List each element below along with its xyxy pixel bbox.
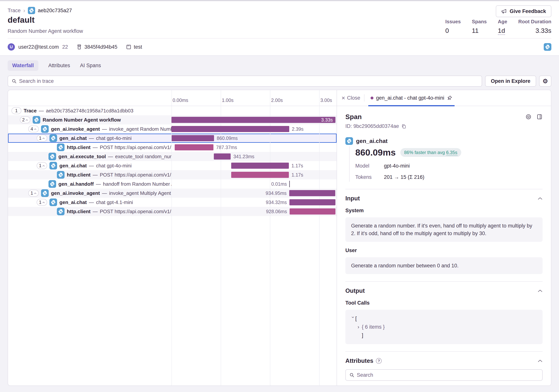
attributes-search-input[interactable] xyxy=(357,372,539,378)
output-section: Output Tool Calls ›[ ›{ 6 items } ] xyxy=(345,281,543,344)
span-duration-label: 934.32ms xyxy=(266,198,287,207)
breadcrumb: Trace › aeb20c735a27 xyxy=(8,7,72,14)
expand-badge[interactable]: 1 xyxy=(37,162,47,169)
expand-badge[interactable]: 1 xyxy=(37,199,47,206)
span-duration-bar[interactable] xyxy=(171,117,335,123)
span-label: gen_ai.chat — chat gpt-4.1-mini xyxy=(59,200,133,205)
open-in-explore-button[interactable]: Open in Explore xyxy=(485,76,536,87)
collapse-output-icon[interactable] xyxy=(538,289,543,292)
axis-tick-label: 1.00s xyxy=(222,98,233,103)
span-duration-bar[interactable] xyxy=(231,163,289,169)
gridline xyxy=(171,90,172,106)
python-platform-icon xyxy=(41,189,49,197)
span-label: Random Number Agent workflow xyxy=(43,117,121,123)
copy-icon[interactable] xyxy=(401,124,406,129)
span-row-gen-ai.execute-tool[interactable]: gen_ai.execute_tool — execute_tool rando… xyxy=(8,152,336,161)
tokens-label: Tokens xyxy=(355,174,384,180)
focus-span-icon[interactable] xyxy=(525,114,531,120)
span-row-trace[interactable]: 1Trace — aeb20c735a2748c1958a71cd8a1dbb0… xyxy=(8,106,336,115)
span-duration-label: 2.39s xyxy=(292,124,304,134)
release-item[interactable]: 3845f4d94b45 xyxy=(76,44,117,50)
span-duration-bar[interactable] xyxy=(171,126,289,132)
tab-ai-spans[interactable]: AI Spans xyxy=(80,60,101,71)
span-row-http.client[interactable]: http.client — POST https://api.openai.co… xyxy=(8,143,336,152)
waterfall-empty-area xyxy=(8,216,336,385)
span-label: gen_ai.handoff — handoff from Random Num… xyxy=(58,181,171,187)
trace-view-page: Trace › aeb20c735a27 default Random Numb… xyxy=(0,0,559,392)
span-duration-bar[interactable] xyxy=(172,135,214,141)
span-duration-label: 1.17s xyxy=(291,161,303,170)
span-duration-label: 341.23ms xyxy=(233,152,254,161)
environment-item[interactable]: test xyxy=(126,44,142,50)
search-icon xyxy=(11,78,17,84)
give-feedback-button[interactable]: Give Feedback xyxy=(496,5,551,17)
span-detail-panel: × Close gen_ai.chat - chat gpt-4o-mini S… xyxy=(337,90,551,385)
pin-icon[interactable] xyxy=(447,95,452,100)
expand-badge[interactable]: 1 xyxy=(37,135,47,142)
expand-badge[interactable]: 1 xyxy=(11,107,21,114)
model-label: Model xyxy=(355,163,384,169)
help-icon[interactable]: ? xyxy=(376,358,382,364)
collapse-attributes-icon[interactable] xyxy=(538,359,543,362)
header-divider xyxy=(8,38,551,38)
python-platform-icon xyxy=(48,153,56,160)
release-id: 3845f4d94b45 xyxy=(84,44,117,50)
span-summary: 860.09ms 86% faster than avg 6.35s Model… xyxy=(349,146,543,182)
input-section-title: Input xyxy=(345,195,360,202)
span-row-gen-ai.chat[interactable]: 1gen_ai.chat — chat gpt-4o-mini1.17s xyxy=(8,161,336,170)
collapse-input-icon[interactable] xyxy=(538,197,543,200)
python-platform-icon xyxy=(41,125,49,133)
span-duration-label: 928.06ms xyxy=(266,207,287,216)
close-panel-button[interactable]: × Close xyxy=(342,95,360,101)
python-platform-icon xyxy=(49,134,57,142)
tab-attributes[interactable]: Attributes xyxy=(48,60,70,71)
trace-search xyxy=(8,76,482,87)
caret-right-icon[interactable]: › xyxy=(358,323,362,331)
page-header: Trace › aeb20c735a27 default Random Numb… xyxy=(0,1,559,56)
trace-search-input[interactable] xyxy=(19,78,478,84)
breadcrumb-trace-link[interactable]: Trace xyxy=(8,8,21,14)
span-duration-label: 3.33s xyxy=(321,115,333,124)
waterfall-card: 0.00ms1.00s2.00s3.00s 1Trace — aeb20c735… xyxy=(8,90,551,386)
detail-tab-title: gen_ai.chat - chat gpt-4o-mini xyxy=(376,95,444,101)
span-duration-bar[interactable] xyxy=(289,190,335,196)
expand-badge[interactable]: 1 xyxy=(28,190,39,197)
caret-down-icon[interactable]: › xyxy=(349,316,357,321)
span-row-gen-ai.invoke-agent[interactable]: 4gen_ai.invoke_agent — invoke_agent Rand… xyxy=(8,124,336,134)
span-duration-bar[interactable] xyxy=(231,172,289,178)
span-row-http.client[interactable]: http.client — POST https://api.openai.co… xyxy=(8,170,336,179)
span-row-gen-ai.chat[interactable]: 1gen_ai.chat — chat gpt-4o-mini860.09ms xyxy=(8,134,336,143)
expand-badge[interactable]: 2 xyxy=(20,116,30,123)
span-row-random-number-agent-workflow[interactable]: 2Random Number Agent workflow3.33s xyxy=(8,115,336,124)
user-label: User xyxy=(345,247,543,254)
attributes-section: Attributes ? span descriptionchat gpt-4o… xyxy=(345,351,543,385)
span-duration-bar[interactable] xyxy=(214,154,231,160)
performance-badge: 86% faster than avg 6.35s xyxy=(400,148,461,157)
span-duration-bar[interactable] xyxy=(290,208,335,215)
span-row-gen-ai.handoff[interactable]: gen_ai.handoff — handoff from Random Num… xyxy=(8,179,336,189)
split-view-icon[interactable] xyxy=(536,114,543,120)
span-label: http.client — POST https://api.openai.co… xyxy=(67,172,171,178)
python-platform-icon xyxy=(57,208,65,215)
span-row-gen-ai.chat[interactable]: 1gen_ai.chat — chat gpt-4.1-mini934.32ms xyxy=(8,198,336,207)
span-row-http.client[interactable]: http.client — POST https://api.openai.co… xyxy=(8,207,336,216)
page-title: default xyxy=(8,15,35,25)
span-tick[interactable] xyxy=(289,181,290,187)
tab-waterfall[interactable]: Waterfall xyxy=(8,60,38,71)
span-label: gen_ai.chat — chat gpt-4o-mini xyxy=(59,135,131,141)
gridline xyxy=(221,90,221,106)
attributes-section-title: Attributes xyxy=(345,357,373,364)
span-color-dot xyxy=(371,97,373,100)
user-email[interactable]: user22@test.com xyxy=(18,44,59,50)
detail-tab-gen-ai-chat[interactable]: gen_ai.chat - chat gpt-4o-mini xyxy=(368,90,455,106)
gridline xyxy=(270,90,270,106)
waterfall-settings-button[interactable]: ⚙ xyxy=(539,76,551,87)
expand-badge[interactable]: 4 xyxy=(28,126,39,132)
span-tree: 1Trace — aeb20c735a2748c1958a71cd8a1dbb0… xyxy=(8,106,336,216)
span-duration-bar[interactable] xyxy=(289,199,335,205)
search-icon xyxy=(349,372,354,378)
python-platform-icon xyxy=(544,43,551,51)
span-row-gen-ai.invoke-agent[interactable]: 1gen_ai.invoke_agent — invoke_agent Mult… xyxy=(8,189,336,198)
environment-name: test xyxy=(134,44,142,50)
span-duration-bar[interactable] xyxy=(175,144,214,150)
